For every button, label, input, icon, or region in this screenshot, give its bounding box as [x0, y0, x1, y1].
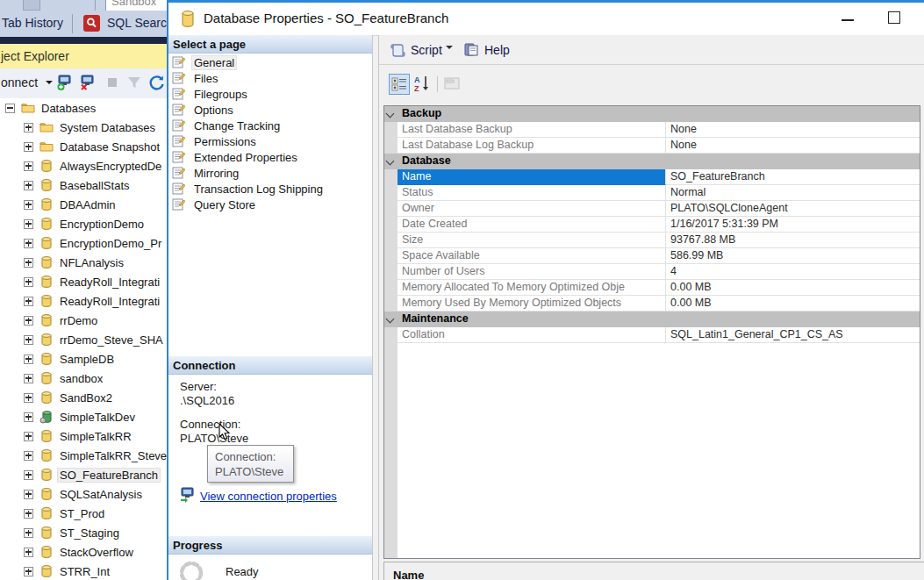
maximize-button[interactable] — [876, 3, 914, 34]
property-name[interactable]: Last Database Backup — [398, 122, 666, 138]
property-row[interactable]: Collation SQL_Latin1_General_CP1_CS_AS — [384, 327, 920, 343]
expand-toggle-icon[interactable] — [24, 277, 33, 287]
property-row[interactable]: Number of Users 4 — [384, 264, 920, 280]
property-row[interactable]: Status Normal — [384, 185, 920, 201]
expand-toggle-icon[interactable] — [24, 181, 33, 190]
connect-dropdown[interactable]: onnect — [1, 75, 38, 90]
property-row[interactable]: Space Available 586.99 MB — [384, 248, 920, 264]
tree-item[interactable]: rrDemo — [0, 311, 167, 330]
property-value[interactable]: 1/16/2017 5:31:39 PM — [666, 217, 920, 233]
property-name[interactable]: Name — [398, 169, 666, 185]
page-list-item[interactable]: Change Tracking — [168, 118, 372, 133]
filter-icon[interactable] — [125, 74, 143, 91]
expand-toggle-icon[interactable] — [24, 200, 33, 210]
page-list-item[interactable]: Extended Properties — [168, 149, 372, 165]
property-row[interactable]: Owner PLATO\SQLCloneAgent — [384, 201, 920, 217]
tree-item[interactable]: SimpleTalkRR_Steve — [0, 446, 167, 465]
expand-toggle-icon[interactable] — [24, 142, 33, 152]
expand-toggle-icon[interactable] — [24, 412, 33, 422]
tree-item[interactable]: sandbox — [0, 369, 167, 388]
expand-toggle-icon[interactable] — [24, 548, 33, 557]
property-name[interactable]: Last Database Log Backup — [398, 138, 666, 154]
property-value[interactable]: 93767.88 MB — [666, 233, 920, 248]
property-name[interactable]: Status — [398, 185, 666, 201]
property-name[interactable]: Database — [398, 154, 455, 169]
expand-toggle-icon[interactable] — [24, 335, 33, 345]
expand-toggle-icon[interactable] — [24, 316, 33, 326]
expand-toggle-icon[interactable] — [5, 104, 15, 113]
property-row[interactable]: Last Database Log Backup None — [384, 138, 920, 154]
property-row[interactable]: Maintenance — [384, 311, 920, 327]
property-row[interactable]: Name SO_FeatureBranch — [384, 169, 920, 185]
script-dropdown-caret-icon[interactable] — [446, 46, 453, 49]
property-value[interactable]: None — [666, 122, 920, 138]
sql-search-icon[interactable] — [83, 15, 100, 32]
expand-toggle-icon[interactable] — [24, 470, 33, 480]
property-value[interactable]: 586.99 MB — [666, 248, 920, 264]
expand-toggle-icon[interactable] — [24, 161, 33, 171]
alphabetical-sort-button[interactable]: A Z — [412, 74, 433, 95]
page-list-item[interactable]: Permissions — [168, 133, 372, 149]
property-value[interactable]: SQL_Latin1_General_CP1_CS_AS — [666, 327, 920, 343]
tree-item[interactable]: SandBox2 — [0, 388, 167, 407]
property-name[interactable]: Size — [398, 233, 666, 248]
page-list-item[interactable]: General — [168, 54, 372, 70]
tree-item[interactable]: NFLAnalysis — [0, 253, 167, 272]
property-value[interactable]: Normal — [666, 185, 920, 201]
tree-item[interactable]: BaseballStats — [0, 175, 167, 195]
dialog-titlebar[interactable]: Database Properties - SO_FeatureBranch — [168, 3, 924, 36]
tree-item[interactable]: SimpleTalkDev — [0, 407, 167, 426]
tree-item[interactable]: rrDemo_Steve_SHA — [0, 330, 167, 349]
refresh-icon[interactable] — [148, 74, 166, 91]
property-name[interactable]: Memory Used By Memory Optimized Objects — [398, 296, 666, 311]
property-name[interactable]: Number of Users — [398, 264, 666, 280]
minimize-button[interactable] — [828, 3, 867, 34]
tree-item[interactable]: Database Snapshot — [0, 137, 167, 156]
tree-item[interactable]: ReadyRoll_Integrati — [0, 291, 167, 311]
expand-toggle-icon[interactable] — [24, 567, 33, 576]
database-combobox[interactable]: Sandbox — [105, 0, 167, 11]
expand-toggle-icon[interactable] — [24, 123, 33, 132]
property-row[interactable]: Size 93767.88 MB — [384, 233, 920, 248]
property-value[interactable]: None — [666, 138, 920, 154]
expand-toggle-icon[interactable] — [24, 393, 33, 403]
property-pages-button[interactable] — [442, 74, 463, 95]
page-list-item[interactable]: Options — [168, 102, 372, 118]
tree-item[interactable]: SimpleTalkRR — [0, 426, 167, 446]
collapse-chevron-icon[interactable] — [386, 110, 395, 118]
property-name[interactable]: Collation — [398, 327, 666, 343]
page-list-item[interactable]: Query Store — [168, 197, 372, 212]
tree-item[interactable]: EncryptionDemo — [0, 214, 167, 233]
property-name[interactable]: Owner — [398, 201, 666, 217]
expand-toggle-icon[interactable] — [24, 374, 33, 383]
tree-item[interactable]: ReadyRoll_Integrati — [0, 272, 167, 291]
toolbar-button-icon[interactable] — [23, 0, 40, 11]
tree-item[interactable]: AlwaysEncryptedDe — [0, 156, 167, 175]
expand-toggle-icon[interactable] — [24, 258, 33, 268]
tree-item[interactable]: DBAAdmin — [0, 195, 167, 214]
page-list-item[interactable]: Files — [168, 70, 372, 86]
property-name[interactable]: Date Created — [398, 217, 666, 233]
tree-item[interactable]: EncryptionDemo_Pr — [0, 233, 167, 253]
expand-toggle-icon[interactable] — [24, 490, 33, 499]
tree-item[interactable]: ST_Prod — [0, 504, 167, 523]
script-button[interactable]: Script — [390, 40, 451, 60]
expand-toggle-icon[interactable] — [24, 297, 33, 306]
expand-toggle-icon[interactable] — [24, 239, 33, 248]
tree-item[interactable]: SampleDB — [0, 349, 167, 369]
collapse-chevron-icon[interactable] — [386, 157, 395, 166]
expand-toggle-icon[interactable] — [24, 219, 33, 229]
property-row[interactable]: Memory Used By Memory Optimized Objects … — [384, 296, 920, 311]
stop-icon[interactable] — [104, 74, 121, 91]
tree-item[interactable]: STRR_Int — [0, 562, 167, 580]
property-value[interactable]: 0.00 MB — [666, 296, 920, 311]
expand-toggle-icon[interactable] — [24, 354, 33, 364]
property-row[interactable]: Database — [384, 154, 920, 169]
tree-item[interactable]: ST_Staging — [0, 523, 167, 542]
disconnect-server-icon[interactable] — [79, 74, 97, 91]
property-row[interactable]: Date Created 1/16/2017 5:31:39 PM — [384, 217, 920, 233]
property-value[interactable]: PLATO\SQLCloneAgent — [666, 201, 920, 217]
property-name[interactable]: Maintenance — [398, 311, 473, 327]
property-value[interactable]: 4 — [666, 264, 920, 280]
tree-item[interactable]: SO_FeatureBranch — [0, 465, 167, 484]
